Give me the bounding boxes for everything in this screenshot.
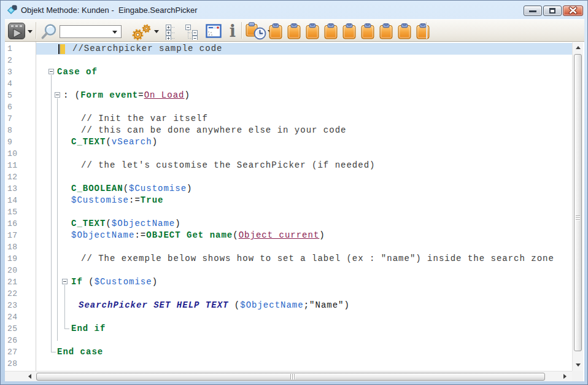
scroll-left-arrow[interactable] xyxy=(28,374,31,379)
info-button[interactable]: i xyxy=(227,23,238,40)
code-line-5[interactable]: 5: (Form event=On Load) xyxy=(5,90,572,101)
vertical-scrollbar[interactable] xyxy=(572,42,583,371)
code-text: //Searchpicker sample code xyxy=(72,44,222,54)
line-number: 10 xyxy=(7,149,18,158)
code-line-8[interactable]: 8// this can be done anywhere else in yo… xyxy=(5,125,572,136)
form-window-icon[interactable] xyxy=(206,24,222,39)
window-titlebar[interactable]: Objekt Methode: Kunden - Eingabe.SearchP… xyxy=(1,1,587,19)
code-line-18[interactable]: 18 xyxy=(5,241,572,253)
line-number: 5 xyxy=(7,91,12,100)
code-line-20[interactable]: 20 xyxy=(5,265,572,276)
toolbar: i xyxy=(5,19,584,42)
text-caret xyxy=(58,44,60,54)
scrollbar-grip xyxy=(576,216,580,220)
search-combobox[interactable] xyxy=(60,25,122,38)
code-line-10[interactable]: 10 xyxy=(5,148,572,160)
line-number: 20 xyxy=(7,266,18,275)
code-line-26[interactable]: 26 xyxy=(5,335,572,346)
macro-slot-button-5[interactable] xyxy=(342,23,356,39)
macro-slot-button-7[interactable] xyxy=(379,23,393,39)
clipboard-icon xyxy=(379,23,393,39)
code-line-24[interactable]: 24 xyxy=(5,311,572,323)
line-number: 27 xyxy=(7,348,18,357)
fold-toggle[interactable] xyxy=(55,92,60,98)
macro-slot-button-3[interactable] xyxy=(306,23,319,39)
scroll-down-arrow[interactable] xyxy=(576,364,581,367)
scroll-up-arrow[interactable] xyxy=(576,46,581,49)
line-number: 26 xyxy=(7,336,18,345)
line-number: 15 xyxy=(7,208,18,217)
code-line-23[interactable]: 23SearchPicker SET HELP TEXT ($ObjectNam… xyxy=(5,300,572,311)
code-line-4[interactable]: 4 xyxy=(5,78,572,90)
code-line-17[interactable]: 17$ObjectName:=OBJECT Get name(Object cu… xyxy=(5,230,572,241)
close-button[interactable] xyxy=(563,6,583,16)
search-icon xyxy=(40,23,57,40)
line-number: 17 xyxy=(7,231,18,240)
scroll-right-arrow[interactable] xyxy=(563,374,567,379)
macro-slot-button-1[interactable] xyxy=(269,23,282,39)
macro-slot-button-8[interactable] xyxy=(398,23,411,39)
method-editor[interactable]: 1//Searchpicker sample code23Case of45: … xyxy=(5,42,584,381)
code-line-16[interactable]: 16C_TEXT($ObjectName) xyxy=(5,218,572,230)
code-line-1[interactable]: 1//Searchpicker sample code xyxy=(5,43,572,55)
gears-dropdown-arrow[interactable] xyxy=(154,30,159,33)
code-line-9[interactable]: 9C_TEXT(vSearch) xyxy=(5,136,572,148)
fold-toggle[interactable] xyxy=(62,279,68,284)
code-line-27[interactable]: 27End case xyxy=(5,346,572,358)
line-number: 19 xyxy=(7,254,18,263)
toolbar-separator xyxy=(36,22,36,39)
macro-slot-button-2[interactable] xyxy=(287,23,301,39)
minimize-button[interactable] xyxy=(524,6,542,16)
code-line-7[interactable]: 7// Init the var itself xyxy=(5,113,572,125)
fold-guide xyxy=(57,98,58,341)
clipboard-icon xyxy=(269,23,282,39)
macro-slot-button-4[interactable] xyxy=(324,23,338,39)
code-text: // this can be done anywhere else in you… xyxy=(81,125,346,136)
line-number: 14 xyxy=(7,196,18,205)
line-number: 18 xyxy=(7,243,18,252)
macro-slot-button-6[interactable] xyxy=(361,23,374,39)
code-line-14[interactable]: 14$Customise:=True xyxy=(5,195,572,206)
toolbar-separator xyxy=(241,22,242,39)
line-number: 12 xyxy=(7,173,18,182)
horizontal-scrollbar-thumb[interactable] xyxy=(36,373,545,381)
collapse-tree-icon[interactable] xyxy=(185,24,202,40)
code-text: // The exemple below shows how to set a … xyxy=(81,254,554,264)
execute-method-button[interactable] xyxy=(8,23,25,39)
line-number: 22 xyxy=(7,289,18,298)
fold-toggle[interactable] xyxy=(48,69,54,74)
horizontal-scrollbar[interactable] xyxy=(5,371,572,381)
code-line-28[interactable]: 28 xyxy=(5,358,572,370)
gutter-separator xyxy=(36,42,36,371)
code-line-22[interactable]: 22 xyxy=(5,288,572,300)
clipboard-icon xyxy=(324,23,338,39)
maximize-button[interactable] xyxy=(543,6,562,16)
vertical-scrollbar-thumb[interactable] xyxy=(574,54,582,351)
code-line-19[interactable]: 19// The exemple below shows how to set … xyxy=(5,253,572,265)
code-text: C_BOOLEAN($Customise) xyxy=(71,184,192,194)
execute-dropdown-arrow[interactable] xyxy=(28,30,33,33)
code-line-3[interactable]: 3Case of xyxy=(5,66,572,78)
code-line-6[interactable]: 6 xyxy=(5,101,572,113)
close-icon xyxy=(563,6,582,15)
code-line-15[interactable]: 15 xyxy=(5,206,572,218)
fold-guide-corner xyxy=(64,329,69,329)
code-line-21[interactable]: 21If ($Customise) xyxy=(5,276,572,288)
clipboard-icon xyxy=(306,23,319,39)
code-text: SearchPicker SET HELP TEXT ($ObjectName;… xyxy=(79,300,350,311)
line-number: 4 xyxy=(7,79,12,88)
code-line-13[interactable]: 13C_BOOLEAN($Customise) xyxy=(5,183,572,195)
line-number: 24 xyxy=(7,313,18,322)
macro-slot-button-9[interactable] xyxy=(416,23,430,39)
expand-tree-icon[interactable] xyxy=(165,24,181,40)
code-text: C_TEXT(vSearch) xyxy=(71,137,158,147)
code-line-2[interactable]: 2 xyxy=(5,55,572,66)
gears-icon[interactable] xyxy=(131,23,152,41)
code-text: End if xyxy=(71,324,106,334)
code-line-25[interactable]: 25End if xyxy=(5,323,572,335)
code-line-11[interactable]: 11// the let's customise the SearchPicke… xyxy=(5,160,572,171)
line-number: 9 xyxy=(7,138,12,147)
code-line-12[interactable]: 12 xyxy=(5,171,572,183)
search-combobox-dropdown-icon[interactable] xyxy=(112,31,117,34)
line-number: 23 xyxy=(7,301,18,310)
